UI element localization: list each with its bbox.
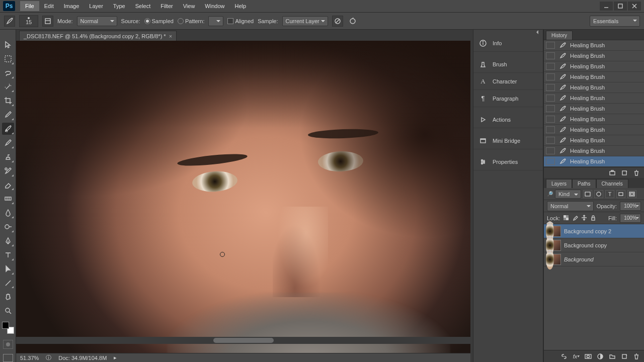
dock-mini-bridge[interactable]: Mini Bridge	[473, 132, 543, 149]
menu-type[interactable]: Type	[108, 1, 130, 11]
pattern-picker[interactable]	[208, 16, 223, 26]
eyedropper-tool[interactable]	[2, 109, 14, 121]
move-tool[interactable]	[2, 39, 14, 51]
brush-tool[interactable]	[2, 137, 14, 149]
layer-style-icon[interactable]: fx▾	[573, 353, 580, 360]
quick-mask-toggle[interactable]	[3, 340, 13, 349]
history-visibility-toggle[interactable]	[546, 52, 555, 59]
line-tool[interactable]	[2, 277, 14, 289]
history-visibility-toggle[interactable]	[546, 147, 555, 154]
filter-type-icon[interactable]: T	[605, 190, 614, 198]
layer-filter-kind[interactable]: Kind	[555, 190, 581, 199]
menu-help[interactable]: Help	[229, 1, 251, 11]
path-selection-tool[interactable]	[2, 263, 14, 275]
dock-brush[interactable]: Brush	[473, 56, 543, 73]
new-group-icon[interactable]	[609, 353, 616, 360]
history-visibility-toggle[interactable]	[546, 95, 555, 102]
history-state[interactable]: Healing Brush	[544, 93, 644, 104]
menu-image[interactable]: Image	[59, 1, 85, 11]
dock-collapse-grip[interactable]	[473, 30, 543, 35]
history-brush-tool[interactable]	[2, 165, 14, 177]
history-state[interactable]: Healing Brush	[544, 72, 644, 82]
healing-brush-tool[interactable]	[2, 123, 14, 135]
fill-input[interactable]: 100%	[620, 214, 641, 223]
history-visibility-toggle[interactable]	[546, 84, 555, 91]
history-visibility-toggle[interactable]	[546, 116, 555, 123]
dock-character[interactable]: ACharacter	[473, 73, 543, 90]
zoom-level[interactable]: 51.37%	[20, 355, 39, 361]
lock-pixels-icon[interactable]	[572, 215, 578, 222]
crop-tool[interactable]	[2, 95, 14, 107]
aligned-checkbox[interactable]: Aligned	[227, 18, 254, 24]
history-visibility-toggle[interactable]	[546, 126, 555, 133]
hand-tool[interactable]	[2, 291, 14, 303]
history-state[interactable]: Healing Brush	[544, 125, 644, 135]
tab-paths[interactable]: Paths	[572, 179, 596, 188]
delete-layer-icon[interactable]	[633, 353, 640, 360]
lock-position-icon[interactable]	[581, 215, 587, 222]
pen-tool[interactable]	[2, 235, 14, 247]
history-visibility-toggle[interactable]	[546, 42, 555, 49]
screen-mode-switch[interactable]	[3, 354, 13, 362]
status-arrow-icon[interactable]: ▸	[114, 354, 117, 361]
dock-paragraph[interactable]: ¶Paragraph	[473, 90, 543, 107]
ignore-adjustment-toggle[interactable]	[332, 16, 343, 27]
history-state[interactable]: Healing Brush	[544, 61, 644, 72]
history-visibility-toggle[interactable]	[546, 63, 555, 70]
new-layer-icon[interactable]	[621, 353, 628, 360]
source-sampled-radio[interactable]: Sampled	[144, 18, 174, 24]
layer-mask-icon[interactable]	[585, 353, 592, 360]
canvas[interactable]	[16, 41, 470, 353]
dodge-tool[interactable]	[2, 221, 14, 233]
layer-name[interactable]: Background	[564, 256, 642, 262]
history-visibility-toggle[interactable]	[546, 73, 555, 80]
menu-select[interactable]: Select	[130, 1, 156, 11]
type-tool[interactable]	[2, 249, 14, 261]
close-tab-icon[interactable]: ×	[169, 33, 172, 39]
workspace-switcher[interactable]: Essentials	[590, 16, 640, 27]
tab-layers[interactable]: Layers	[546, 179, 572, 188]
history-tab[interactable]: History	[546, 31, 573, 40]
gradient-tool[interactable]	[2, 193, 14, 205]
pressure-size-toggle[interactable]	[347, 16, 358, 27]
clone-stamp-tool[interactable]	[2, 151, 14, 163]
history-visibility-toggle[interactable]	[546, 158, 555, 165]
menu-view[interactable]: View	[178, 1, 200, 11]
eraser-tool[interactable]	[2, 179, 14, 191]
minimize-button[interactable]	[600, 2, 613, 11]
opacity-input[interactable]: 100%	[620, 202, 641, 211]
history-visibility-toggle[interactable]	[546, 137, 555, 144]
history-state[interactable]: Healing Brush	[544, 114, 644, 125]
layer-visibility-icon[interactable]	[546, 249, 554, 269]
brush-panel-toggle[interactable]	[42, 16, 53, 27]
layer-name[interactable]: Background copy	[564, 242, 642, 248]
color-swatches[interactable]	[2, 322, 14, 334]
tab-channels[interactable]: Channels	[596, 179, 628, 188]
history-state[interactable]: Healing Brush	[544, 51, 644, 61]
marquee-tool[interactable]	[2, 53, 14, 65]
lasso-tool[interactable]	[2, 67, 14, 79]
layer-row[interactable]: Background copy 2	[544, 224, 644, 238]
menu-layer[interactable]: Layer	[84, 1, 108, 11]
source-pattern-radio[interactable]: Pattern:	[178, 18, 205, 24]
history-state[interactable]: Healing Brush	[544, 82, 644, 93]
zoom-tool[interactable]	[2, 305, 14, 317]
close-button[interactable]	[628, 2, 641, 11]
active-tool-icon[interactable]	[4, 16, 15, 27]
sample-select[interactable]: Current Layer	[282, 16, 328, 26]
menu-edit[interactable]: Edit	[39, 1, 59, 11]
new-snapshot-icon[interactable]	[621, 169, 628, 176]
menu-window[interactable]: Window	[200, 1, 229, 11]
dock-properties[interactable]: Properties	[473, 153, 543, 170]
document-tab[interactable]: _DSC8178.NEF @ 51.4% (Background copy 2,…	[19, 31, 177, 41]
menu-filter[interactable]: Filter	[155, 1, 178, 11]
filter-shape-icon[interactable]	[616, 190, 625, 198]
filter-pixel-icon[interactable]	[583, 190, 592, 198]
new-snapshot-from-state-icon[interactable]	[609, 169, 616, 176]
filter-smart-icon[interactable]	[627, 190, 636, 198]
blur-tool[interactable]	[2, 207, 14, 219]
history-state[interactable]: Healing Brush	[544, 135, 644, 146]
lock-all-icon[interactable]	[590, 215, 596, 222]
layer-name[interactable]: Background copy 2	[564, 228, 642, 234]
delete-state-icon[interactable]	[633, 169, 640, 176]
